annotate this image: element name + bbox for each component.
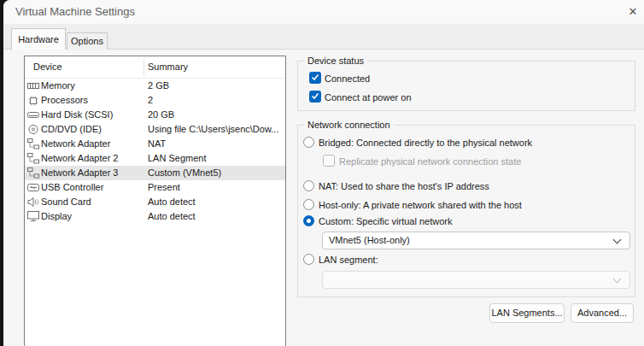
nat-radio[interactable] [303, 180, 314, 191]
custom-label: Custom: Specific virtual network [319, 215, 453, 227]
screen: Virtual Machine Settings ✕ Hardware Opti… [0, 0, 644, 346]
bridged-label: Bridged: Connected directly to the physi… [319, 137, 532, 149]
host-only-radio[interactable] [303, 199, 314, 210]
chevron-down-icon [613, 275, 622, 284]
lan-segment-dropdown [322, 271, 630, 289]
nat-label: NAT: Used to share the host's IP address [319, 180, 489, 192]
column-header-device: Device [33, 56, 62, 78]
device-row-network-adapter-3[interactable]: Network Adapter 3 Custom (VMnet5) [25, 166, 285, 180]
processor-icon [27, 95, 39, 106]
chevron-down-icon [613, 236, 622, 244]
device-row-sound-card[interactable]: Sound Card Auto detect [25, 195, 285, 209]
device-list: Device Summary Memory 2 GB Processors 2 … [24, 56, 286, 346]
device-row-usb-controller[interactable]: USB Controller Present [25, 180, 285, 195]
replicate-network-state-label: Replicate physical network connection st… [339, 155, 521, 167]
device-row-network-adapter-2[interactable]: Network Adapter 2 LAN Segment [25, 151, 285, 166]
bridged-radio[interactable] [303, 137, 314, 148]
column-divider [143, 59, 144, 75]
virtual-machine-settings-dialog: Virtual Machine Settings ✕ Hardware Opti… [3, 0, 644, 346]
replicate-network-state-checkbox [323, 155, 335, 167]
device-row-display[interactable]: Display Auto detect [25, 209, 285, 224]
tab-options[interactable]: Options [67, 32, 108, 50]
usb-icon [27, 182, 39, 193]
memory-icon [27, 80, 39, 91]
lan-segment-radio[interactable] [303, 254, 314, 265]
network-connection-group-label: Network connection [304, 119, 394, 132]
host-only-label: Host-only: A private network shared with… [319, 199, 522, 211]
column-header-summary: Summary [148, 56, 188, 78]
device-status-group-label: Device status [304, 55, 367, 67]
device-row-memory[interactable]: Memory 2 GB [25, 79, 285, 93]
advanced-button[interactable]: Advanced... [571, 303, 634, 323]
tab-hardware[interactable]: Hardware [11, 28, 66, 50]
device-row-cd-dvd[interactable]: CD/DVD (IDE) Using file C:\Users\jsenc\D… [25, 122, 285, 137]
custom-network-dropdown[interactable]: VMnet5 (Host-only) [322, 232, 630, 249]
hard-disk-icon [27, 109, 39, 120]
title-bar: Virtual Machine Settings ✕ [3, 0, 644, 24]
close-icon[interactable]: ✕ [623, 2, 643, 22]
sound-card-icon [27, 196, 39, 208]
tab-strip: Hardware Options [3, 24, 644, 50]
lan-segment-label: LAN segment: [319, 254, 378, 266]
device-list-header: Device Summary [25, 56, 285, 79]
cd-dvd-icon [27, 124, 39, 135]
device-row-processors[interactable]: Processors 2 [25, 93, 285, 108]
device-row-network-adapter[interactable]: Network Adapter NAT [25, 137, 285, 151]
custom-network-dropdown-value: VMnet5 (Host-only) [329, 232, 410, 249]
connected-label: Connected [325, 73, 370, 85]
device-status-group: Device status [297, 61, 635, 111]
network-adapter-icon [27, 167, 39, 179]
network-adapter-icon [27, 153, 39, 164]
connected-checkbox[interactable] [309, 72, 321, 84]
connect-at-power-on-checkbox[interactable] [309, 91, 321, 103]
connect-at-power-on-label: Connect at power on [325, 91, 412, 103]
lan-segments-button[interactable]: LAN Segments... [489, 303, 565, 323]
custom-radio[interactable] [303, 215, 314, 226]
dialog-title: Virtual Machine Settings [15, 0, 135, 24]
network-adapter-icon [27, 138, 39, 150]
device-row-hard-disk[interactable]: Hard Disk (SCSI) 20 GB [25, 108, 285, 122]
display-icon [27, 211, 39, 222]
